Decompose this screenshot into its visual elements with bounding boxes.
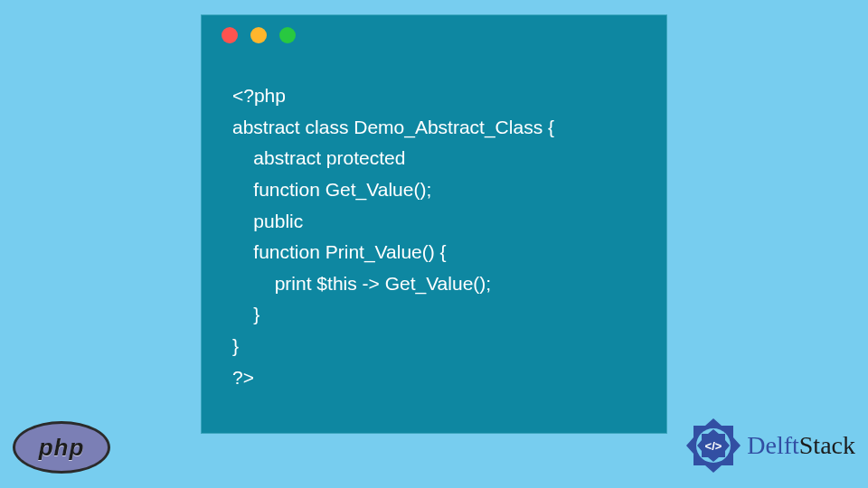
close-icon xyxy=(222,27,238,43)
brand-first: Delft xyxy=(747,431,799,459)
code-window: <?php abstract class Demo_Abstract_Class… xyxy=(201,14,667,434)
code-body: <?php abstract class Demo_Abstract_Class… xyxy=(202,55,666,409)
brand-second: Stack xyxy=(799,431,855,459)
php-logo-text: php xyxy=(39,434,85,462)
minimize-icon xyxy=(250,27,267,43)
php-logo: php xyxy=(13,421,110,474)
delftstack-gear-icon: </> xyxy=(685,418,741,474)
delftstack-text: DelftStack xyxy=(747,431,855,460)
delftstack-brand: </> DelftStack xyxy=(685,418,855,474)
maximize-icon xyxy=(279,27,296,43)
code-glyph-icon: </> xyxy=(705,439,722,453)
window-titlebar xyxy=(202,15,666,55)
